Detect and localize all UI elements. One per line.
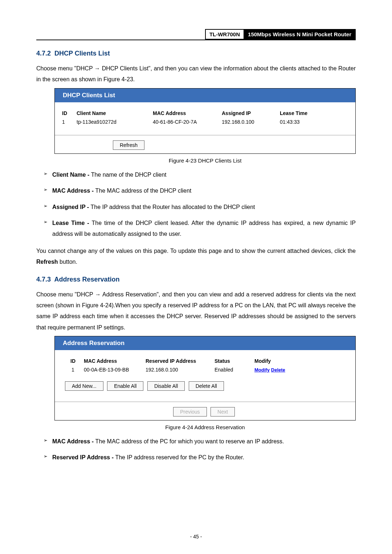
th-modify: Modify (254, 358, 294, 364)
th-assigned-ip: Assigned IP (222, 110, 280, 116)
section-heading-address-reservation: 4.7.3 Address Reservation (36, 276, 356, 283)
add-new-button[interactable]: Add New... (65, 381, 103, 391)
td-mac-address: 00-0A-EB-13-09-BB (84, 367, 146, 373)
disable-all-button[interactable]: Disable All (147, 381, 185, 391)
panel-body: ID Client Name MAC Address Assigned IP L… (55, 102, 355, 135)
dhcp-clients-table: ID Client Name MAC Address Assigned IP L… (62, 110, 348, 125)
figure-address-reservation: Address Reservation ID MAC Address Reser… (54, 336, 356, 430)
section2-intro: Choose menu "DHCP → Address Reservation"… (36, 289, 356, 333)
page: TL-WR700N 150Mbps Wireless N Mini Pocket… (0, 0, 392, 554)
figure1-caption: Figure 4-23 DHCP Clients List (54, 157, 356, 164)
refresh-button[interactable]: Refresh (113, 140, 144, 150)
th-mac-address: MAC Address (153, 110, 222, 116)
term: Client Name - (52, 172, 91, 178)
list-item: MAC Address - The MAC address of the PC … (44, 436, 356, 447)
reservation-field-descriptions: MAC Address - The MAC address of the PC … (36, 436, 356, 463)
delete-all-button[interactable]: Delete All (189, 381, 224, 391)
table-row: 1 tp-113ea910272d 40-61-86-CF-20-7A 192.… (62, 119, 348, 125)
table-row: 1 00-0A-EB-13-09-BB 192.168.0.100 Enable… (62, 367, 348, 373)
th-reserved-ip: Reserved IP Address (146, 358, 215, 364)
section-title: Address Reservation (54, 276, 119, 283)
td-assigned-ip: 192.168.0.100 (222, 119, 280, 125)
td-lease-time: 01:43:33 (280, 119, 327, 125)
address-reservation-table: ID MAC Address Reserved IP Address Statu… (62, 358, 348, 373)
header-row: TL-WR700N 150Mbps Wireless N Mini Pocket… (36, 29, 356, 40)
td-modify-actions: Modify Delete (254, 367, 294, 373)
dhcp-clients-panel: DHCP Clients List ID Client Name MAC Add… (54, 88, 356, 154)
desc: The name of the DHCP client (91, 172, 167, 178)
section-title: DHCP Clients List (54, 50, 110, 57)
th-mac-address: MAC Address (84, 358, 146, 364)
desc: The time of the DHCP client leased. Afte… (52, 220, 356, 237)
list-item: Client Name - The name of the DHCP clien… (44, 169, 356, 180)
list-item: Reserved IP Address - The IP address res… (44, 452, 356, 463)
panel-button-row: Refresh (55, 135, 355, 153)
td-id: 1 (62, 119, 77, 125)
term: Lease Time - (52, 220, 92, 226)
page-number: - 45 - (0, 534, 392, 539)
td-id: 1 (62, 367, 84, 373)
th-lease-time: Lease Time (280, 110, 327, 116)
address-reservation-panel: Address Reservation ID MAC Address Reser… (54, 336, 356, 420)
term: MAC Address - (52, 438, 95, 444)
section-number: 4.7.3 (36, 276, 51, 283)
th-status: Status (215, 358, 254, 364)
th-client-name: Client Name (77, 110, 153, 116)
panel-title: Address Reservation (63, 340, 124, 347)
figure-dhcp-clients: DHCP Clients List ID Client Name MAC Add… (54, 88, 356, 164)
desc: The IP address reserved for the PC by th… (115, 454, 244, 460)
panel-body: ID MAC Address Reserved IP Address Statu… (55, 350, 355, 402)
desc: The IP address that the Router has alloc… (91, 204, 255, 210)
term: MAC Address - (52, 188, 95, 194)
td-mac-address: 40-61-86-CF-20-7A (153, 119, 222, 125)
td-reserved-ip: 192.168.0.100 (146, 367, 215, 373)
panel-title: DHCP Clients List (63, 92, 115, 99)
section1-intro: Choose menu "DHCP → DHCP Clients List", … (36, 63, 356, 85)
previous-button[interactable]: Previous (173, 407, 207, 416)
table-header-row: ID Client Name MAC Address Assigned IP L… (62, 110, 348, 116)
term: Reserved IP Address - (52, 454, 115, 460)
section-number: 4.7.2 (36, 50, 51, 57)
td-client-name: tp-113ea910272d (77, 119, 153, 125)
panel-title-bar: DHCP Clients List (55, 89, 355, 102)
list-item: Lease Time - The time of the DHCP client… (44, 218, 356, 240)
term: Assigned IP - (52, 204, 91, 210)
section-heading-dhcp-clients: 4.7.2 DHCP Clients List (36, 50, 356, 57)
list-item: Assigned IP - The IP address that the Ro… (44, 202, 356, 213)
delete-link[interactable]: Delete (271, 367, 285, 373)
model-number: TL-WR700N (205, 29, 244, 40)
th-id: ID (62, 110, 77, 116)
dhcp-field-descriptions: Client Name - The name of the DHCP clien… (36, 169, 356, 240)
th-id: ID (62, 358, 84, 364)
page-header: TL-WR700N 150Mbps Wireless N Mini Pocket… (36, 29, 356, 40)
refresh-note: You cannot change any of the values on t… (36, 246, 356, 268)
figure2-caption: Figure 4-24 Address Reservation (54, 424, 356, 430)
enable-all-button[interactable]: Enable All (107, 381, 143, 391)
panel-title-bar: Address Reservation (55, 336, 355, 350)
next-button[interactable]: Next (211, 407, 235, 416)
td-status: Enabled (215, 367, 254, 373)
table-header-row: ID MAC Address Reserved IP Address Statu… (62, 358, 348, 364)
list-item: MAC Address - The MAC address of the DHC… (44, 185, 356, 196)
pagination-row: Previous Next (55, 402, 355, 420)
desc: The MAC address of the DHCP client (95, 188, 192, 194)
model-description: 150Mbps Wireless N Mini Pocket Router (244, 29, 356, 40)
desc: The MAC address of the PC for which you … (95, 438, 284, 444)
action-button-row: Add New... Enable All Disable All Delete… (62, 379, 348, 394)
modify-link[interactable]: Modify (254, 367, 270, 373)
